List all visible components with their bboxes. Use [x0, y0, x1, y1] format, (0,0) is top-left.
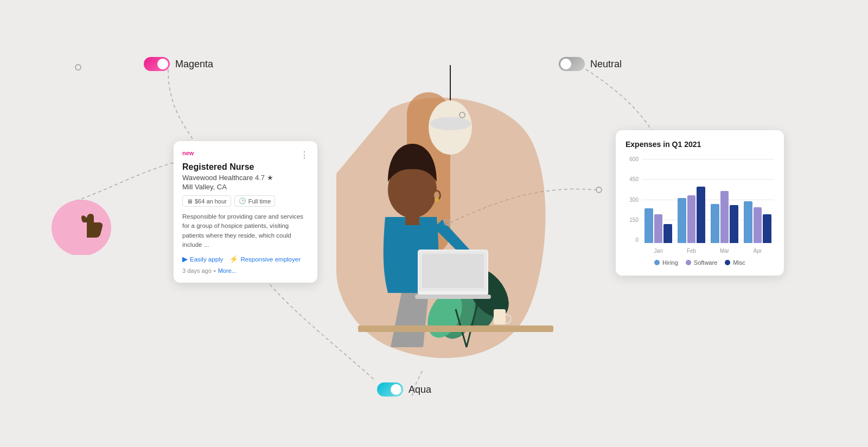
- bar-mar-misc: [730, 205, 738, 243]
- job-rating: 4.7 ★: [255, 174, 273, 182]
- chart-bars: [642, 156, 774, 243]
- thumbs-illustration: [52, 184, 117, 255]
- responsive-icon: ⚡: [229, 255, 238, 263]
- job-card-header: new ⋮: [182, 150, 309, 160]
- bar-jan-hiring: [644, 208, 653, 243]
- magenta-toggle-label: Magenta: [175, 59, 213, 70]
- salary-icon: 🖥: [187, 198, 193, 205]
- bar-mar-software: [720, 191, 729, 243]
- magenta-toggle-knob: [157, 59, 168, 69]
- aqua-toggle-knob: [391, 384, 401, 395]
- magenta-toggle[interactable]: Magenta: [144, 57, 213, 71]
- bar-apr-misc: [763, 214, 771, 243]
- neutral-toggle[interactable]: Neutral: [559, 57, 622, 71]
- chart-group-feb: [678, 156, 705, 243]
- job-tags: 🖥 $64 an hour 🕒 Full time: [182, 195, 309, 207]
- connector-dot-4: [444, 219, 450, 226]
- bar-jan-misc: [663, 224, 672, 243]
- bar-apr-hiring: [744, 201, 752, 243]
- chart-group-jan: [644, 156, 672, 243]
- svg-point-16: [435, 197, 439, 202]
- x-label-jan: Jan: [644, 248, 672, 254]
- x-label-mar: Mar: [711, 248, 738, 254]
- bar-feb-misc: [697, 187, 705, 243]
- job-actions: ▶ Easily apply ⚡ Responsive employer: [182, 255, 309, 263]
- svg-rect-1: [87, 233, 90, 238]
- job-card: new ⋮ Registered Nurse Wavewood Healthca…: [174, 141, 317, 283]
- job-badge-new: new: [182, 150, 194, 156]
- bar-jan-software: [654, 214, 663, 243]
- legend-dot-software: [686, 260, 691, 265]
- job-menu-button[interactable]: ⋮: [300, 150, 309, 160]
- chart-legend: Hiring Software Misc: [626, 259, 774, 266]
- svg-rect-22: [494, 309, 506, 324]
- legend-dot-hiring: [654, 260, 660, 265]
- job-footer: 3 days ago • More...: [182, 267, 309, 274]
- neutral-toggle-pill[interactable]: [559, 57, 585, 71]
- svg-point-0: [52, 200, 111, 255]
- job-more-link[interactable]: More...: [218, 267, 237, 274]
- chart-group-mar: [711, 156, 738, 243]
- easy-apply-icon: ▶: [182, 255, 188, 263]
- time-icon: 🕒: [239, 197, 246, 205]
- chart-group-apr: [744, 156, 771, 243]
- chart-title: Expenses in Q1 2021: [626, 140, 774, 149]
- connector-dot-6: [596, 187, 602, 193]
- connector-dot-5: [459, 112, 465, 118]
- job-title: Registered Nurse: [182, 162, 309, 172]
- svg-rect-23: [358, 325, 553, 332]
- svg-rect-21: [422, 254, 484, 288]
- chart-area: 600 450 300 150 0: [626, 156, 774, 254]
- svg-point-5: [430, 117, 471, 130]
- svg-rect-20: [415, 295, 491, 299]
- aqua-toggle[interactable]: Aqua: [377, 382, 431, 397]
- legend-hiring: Hiring: [654, 259, 678, 266]
- responsive-employer-action[interactable]: ⚡ Responsive employer: [229, 255, 301, 263]
- chart-card: Expenses in Q1 2021 600 450 300 150 0: [616, 130, 784, 276]
- bar-mar-hiring: [711, 204, 719, 243]
- x-label-apr: Apr: [744, 248, 771, 254]
- bar-feb-hiring: [678, 198, 686, 243]
- neutral-toggle-knob: [560, 59, 571, 69]
- bar-feb-software: [687, 195, 696, 243]
- job-location: Mill Valley, CA: [182, 183, 309, 191]
- svg-rect-17: [405, 214, 419, 225]
- chart-x-labels: Jan Feb Mar Apr: [642, 248, 774, 254]
- job-tag-type: 🕒 Full time: [234, 195, 276, 207]
- bar-apr-software: [754, 207, 762, 243]
- job-description: Responsible for providing care and servi…: [182, 212, 309, 250]
- center-illustration: [282, 65, 575, 380]
- aqua-toggle-pill[interactable]: [377, 382, 403, 397]
- x-label-feb: Feb: [678, 248, 705, 254]
- job-company: Wavewood Healthcare 4.7 ★: [182, 174, 309, 182]
- legend-misc: Misc: [725, 259, 745, 266]
- aqua-toggle-label: Aqua: [409, 384, 431, 395]
- connector-dot-1: [75, 64, 81, 71]
- neutral-toggle-label: Neutral: [590, 59, 622, 70]
- legend-dot-misc: [725, 260, 730, 265]
- job-tag-salary: 🖥 $64 an hour: [182, 195, 231, 207]
- magenta-toggle-pill[interactable]: [144, 57, 170, 71]
- easy-apply-action[interactable]: ▶ Easily apply: [182, 255, 223, 263]
- legend-software: Software: [686, 259, 717, 266]
